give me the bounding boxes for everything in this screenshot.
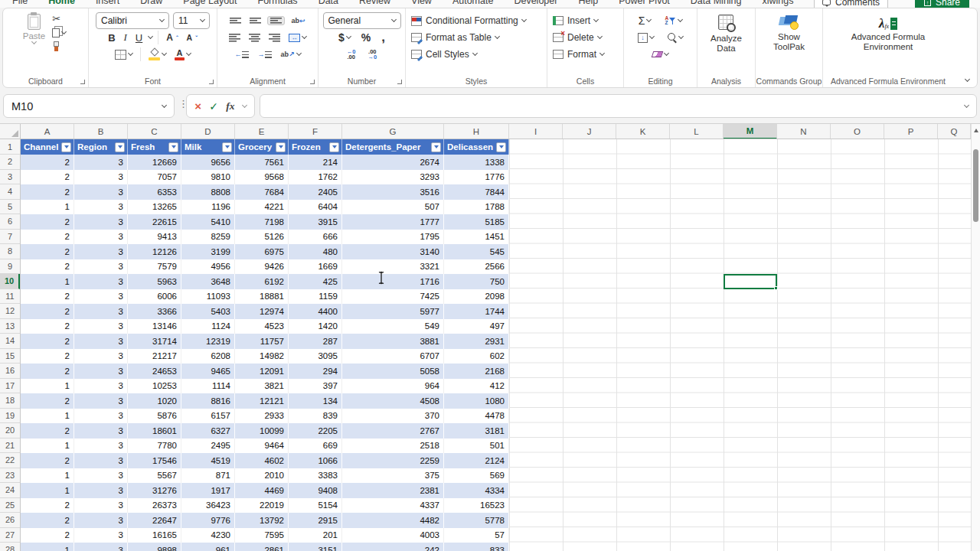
format-painter-button[interactable] <box>50 41 68 52</box>
cell-H20[interactable]: 3181 <box>444 423 509 439</box>
increase-indent-button[interactable]: → <box>255 50 274 59</box>
row-header-20[interactable]: 20 <box>0 423 20 439</box>
cell-F2[interactable]: 214 <box>289 155 342 170</box>
cell-C10[interactable]: 5963 <box>128 274 181 289</box>
table-header-region[interactable]: Region <box>74 139 128 155</box>
filter-button[interactable] <box>496 142 506 152</box>
analyze-data-button[interactable]: Analyze Data <box>707 12 746 54</box>
cell-C18[interactable]: 1020 <box>128 393 181 409</box>
row-header-27[interactable]: 27 <box>0 528 20 543</box>
row-header-24[interactable]: 24 <box>0 483 20 498</box>
enter-icon[interactable]: ✓ <box>209 100 218 112</box>
cell-F28[interactable]: 3151 <box>289 543 342 551</box>
fill-handle[interactable] <box>774 286 778 290</box>
cell-E16[interactable]: 12091 <box>235 364 289 379</box>
cell-G2[interactable]: 2674 <box>342 155 444 170</box>
comma-style-button[interactable]: , <box>379 29 387 46</box>
cell-B13[interactable]: 3 <box>74 319 128 334</box>
alignment-dialog-launcher[interactable] <box>310 80 315 84</box>
name-box[interactable]: M10 <box>3 94 175 118</box>
cell-A20[interactable]: 2 <box>21 423 74 439</box>
cell-D14[interactable]: 12319 <box>181 334 235 349</box>
cell-C25[interactable]: 26373 <box>128 498 181 514</box>
tab-page-layout[interactable]: Page Layout <box>183 0 237 7</box>
cell-E9[interactable]: 9426 <box>235 259 289 275</box>
cell-F11[interactable]: 1159 <box>289 289 342 305</box>
cell-F26[interactable]: 2915 <box>289 513 342 528</box>
sort-filter-button[interactable]: AZ <box>662 15 684 27</box>
cell-D4[interactable]: 8808 <box>181 184 235 200</box>
cell-H16[interactable]: 2168 <box>444 364 509 379</box>
column-header-H[interactable]: H <box>444 124 509 139</box>
merge-center-button[interactable]: ↔ <box>286 33 309 43</box>
cell-A10[interactable]: 1 <box>21 274 74 289</box>
cell-A4[interactable]: 2 <box>21 184 74 200</box>
cell-H17[interactable]: 412 <box>444 379 509 394</box>
cell-C23[interactable]: 5567 <box>128 468 181 484</box>
increase-font-size-button[interactable]: Aˆ <box>164 31 180 44</box>
cell-B16[interactable]: 3 <box>74 364 128 379</box>
cell-A13[interactable]: 2 <box>21 319 74 334</box>
cell-G8[interactable]: 3140 <box>342 244 444 259</box>
orientation-button[interactable]: ab↗ <box>278 50 302 59</box>
cell-H10[interactable]: 750 <box>444 274 509 289</box>
fill-color-button[interactable] <box>146 48 168 61</box>
show-toolpak-button[interactable]: Show ToolPak <box>768 12 811 52</box>
cell-B3[interactable]: 3 <box>74 170 128 185</box>
collapse-ribbon-chevron-icon[interactable] <box>965 77 970 82</box>
cell-B24[interactable]: 3 <box>74 483 128 498</box>
filter-button[interactable] <box>115 142 125 152</box>
filter-button[interactable] <box>168 142 178 152</box>
row-header-26[interactable]: 26 <box>0 513 20 528</box>
cell-D10[interactable]: 3648 <box>181 274 235 289</box>
cell-B2[interactable]: 3 <box>74 155 128 170</box>
cell-C15[interactable]: 21217 <box>128 349 181 364</box>
row-header-15[interactable]: 15 <box>0 349 20 364</box>
table-header-delicassen[interactable]: Delicassen <box>444 139 509 155</box>
decrease-font-size-button[interactable]: Aˇ <box>185 32 200 43</box>
tab-formulas[interactable]: Formulas <box>258 0 298 7</box>
cell-D27[interactable]: 4230 <box>181 528 235 543</box>
borders-button[interactable] <box>113 49 135 60</box>
cell-E6[interactable]: 7198 <box>235 214 289 230</box>
cell-D20[interactable]: 6327 <box>181 423 235 439</box>
increase-decimal-button[interactable]: ←0.00 <box>345 48 358 61</box>
underline-button[interactable]: U <box>133 31 145 44</box>
cell-H12[interactable]: 1744 <box>444 304 509 319</box>
row-header-9[interactable]: 9 <box>0 259 20 275</box>
column-header-A[interactable]: A <box>21 124 74 139</box>
cell-A7[interactable]: 2 <box>21 230 74 245</box>
formula-input[interactable] <box>260 94 977 118</box>
cell-A25[interactable]: 2 <box>21 498 74 514</box>
row-header-10[interactable]: 10 <box>0 274 20 289</box>
cut-button[interactable]: ✂ <box>50 13 68 25</box>
cell-D25[interactable]: 36423 <box>181 498 235 514</box>
cell-B9[interactable]: 3 <box>74 259 128 275</box>
cell-B26[interactable]: 3 <box>74 513 128 528</box>
tab-data[interactable]: Data <box>318 0 338 7</box>
center-button[interactable] <box>247 33 263 43</box>
row-header-13[interactable]: 13 <box>0 319 20 334</box>
row-header-22[interactable]: 22 <box>0 453 20 468</box>
cell-G5[interactable]: 507 <box>342 200 444 215</box>
cell-F23[interactable]: 3383 <box>289 468 342 484</box>
cell-G13[interactable]: 549 <box>342 319 444 334</box>
cell-B20[interactable]: 3 <box>74 423 128 439</box>
cell-G19[interactable]: 370 <box>342 409 444 424</box>
tab-draw[interactable]: Draw <box>140 0 162 7</box>
cell-E24[interactable]: 4469 <box>235 483 289 498</box>
cell-H22[interactable]: 2124 <box>444 453 509 468</box>
cell-E14[interactable]: 11757 <box>235 334 289 349</box>
number-format-combo[interactable]: General <box>323 12 401 29</box>
cell-B14[interactable]: 3 <box>74 334 128 349</box>
share-button[interactable]: ↑ Share <box>915 0 969 8</box>
cell-E12[interactable]: 12974 <box>235 304 289 319</box>
cell-D15[interactable]: 6208 <box>181 349 235 364</box>
advanced-formula-environment-button[interactable]: λfx Advanced Formula Environment <box>842 12 934 52</box>
cell-A6[interactable]: 2 <box>21 214 74 230</box>
cell-D17[interactable]: 1114 <box>181 379 235 394</box>
cell-C7[interactable]: 9413 <box>128 230 181 245</box>
cell-G17[interactable]: 964 <box>342 379 444 394</box>
conditional-formatting-button[interactable]: Conditional Formatting <box>408 12 544 29</box>
cell-F7[interactable]: 666 <box>289 230 342 245</box>
